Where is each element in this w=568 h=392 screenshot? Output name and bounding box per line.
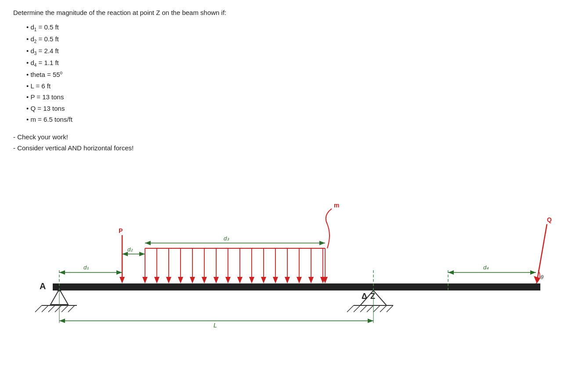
svg-marker-69 [59, 319, 65, 323]
svg-marker-33 [202, 277, 207, 283]
label-theta: θ [540, 274, 543, 280]
param-theta: theta = 55o [26, 69, 555, 80]
label-Z: Z [370, 292, 375, 301]
param-d2: d2 = 0.5 ft [26, 33, 555, 45]
svg-marker-51 [308, 277, 314, 283]
d1-left-arrow [59, 270, 65, 275]
d1-right-arrow [116, 270, 122, 275]
param-P: P = 13 tons [26, 91, 555, 103]
svg-marker-27 [166, 277, 171, 283]
label-d2: d₂ [127, 246, 133, 253]
note-2: - Consider vertical AND horizontal force… [13, 142, 555, 154]
svg-marker-37 [225, 277, 231, 283]
problem-title: Determine the magnitude of the reaction … [13, 9, 555, 16]
label-d4: d₄ [483, 264, 489, 271]
svg-line-13 [360, 305, 367, 312]
svg-marker-25 [154, 277, 159, 283]
svg-line-17 [387, 305, 393, 312]
svg-marker-47 [285, 277, 290, 283]
svg-marker-39 [237, 277, 242, 283]
svg-line-16 [380, 305, 387, 312]
param-L: L = 6 ft [26, 80, 555, 92]
svg-line-15 [373, 305, 380, 312]
param-d4: d4 = 1.1 ft [26, 57, 555, 69]
beam-diagram: A Z Δ P [26, 167, 554, 330]
svg-marker-65 [448, 270, 454, 275]
svg-line-4 [55, 305, 62, 312]
svg-marker-43 [261, 277, 266, 283]
note-1: - Check your work! [13, 131, 555, 143]
svg-marker-61 [145, 241, 151, 245]
label-L: L [213, 322, 217, 329]
svg-line-6 [68, 305, 75, 312]
label-m: m [334, 202, 339, 209]
svg-line-12 [354, 305, 360, 312]
svg-marker-41 [249, 277, 254, 283]
params-list: d1 = 0.5 ft d2 = 0.5 ft d3 = 2.4 ft d4 =… [26, 22, 555, 125]
svg-marker-31 [190, 277, 195, 283]
svg-line-2 [42, 305, 48, 312]
param-m: m = 6.5 tons/ft [26, 114, 555, 125]
svg-marker-49 [297, 277, 302, 283]
diagram-container: A Z Δ P [26, 167, 554, 330]
svg-line-1 [35, 305, 42, 312]
param-d1: d1 = 0.5 ft [26, 22, 555, 33]
svg-line-11 [347, 305, 354, 312]
param-Q: Q = 13 tons [26, 103, 555, 114]
label-d3: d₃ [224, 235, 229, 242]
svg-line-3 [48, 305, 55, 312]
svg-marker-23 [142, 277, 148, 283]
label-Q: Q [547, 216, 552, 223]
delta-symbol: Δ [362, 292, 367, 301]
svg-line-5 [62, 305, 68, 312]
svg-line-14 [367, 305, 373, 312]
svg-marker-66 [530, 270, 536, 275]
svg-marker-70 [368, 319, 373, 323]
beam-body [53, 283, 540, 290]
param-d3: d3 = 2.4 ft [26, 45, 555, 57]
notes: - Check your work! - Consider vertical A… [13, 131, 555, 154]
P-arrowhead [119, 277, 125, 283]
label-d1: d₁ [83, 264, 89, 271]
svg-marker-45 [273, 277, 278, 283]
svg-marker-29 [178, 277, 183, 283]
svg-marker-59 [139, 252, 145, 256]
svg-marker-35 [213, 277, 219, 283]
label-P: P [119, 227, 123, 234]
svg-marker-62 [319, 241, 325, 245]
label-A: A [40, 281, 46, 291]
